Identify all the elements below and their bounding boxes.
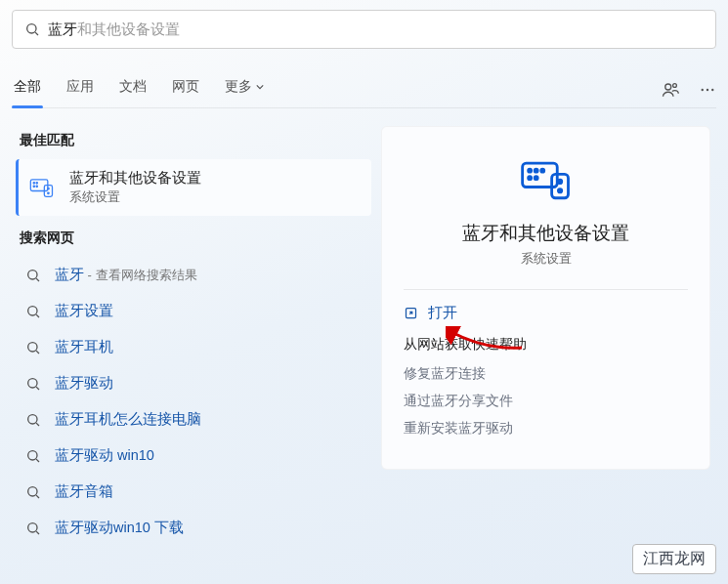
svg-point-34 bbox=[540, 169, 543, 172]
search-bar[interactable]: 蓝牙和其他设备设置 bbox=[12, 10, 716, 49]
svg-point-15 bbox=[28, 270, 37, 278]
web-result-item[interactable]: 蓝牙驱动win10 下载 bbox=[16, 510, 371, 546]
search-typed-text: 蓝牙 bbox=[48, 21, 77, 39]
svg-line-16 bbox=[36, 278, 39, 281]
tab-apps[interactable]: 应用 bbox=[64, 72, 96, 107]
account-icon[interactable] bbox=[662, 81, 679, 99]
web-result-item[interactable]: 蓝牙音箱 bbox=[16, 474, 371, 510]
open-icon bbox=[404, 306, 418, 320]
svg-point-9 bbox=[36, 183, 37, 184]
help-link[interactable]: 修复蓝牙连接 bbox=[404, 365, 688, 383]
search-input[interactable]: 蓝牙和其他设备设置 bbox=[48, 21, 180, 39]
search-icon bbox=[25, 484, 41, 500]
preview-panel: 蓝牙和其他设备设置 系统设置 打开 从网站获取快速帮助 修复蓝牙连接通过蓝牙分享… bbox=[381, 126, 710, 470]
result-label: 蓝牙驱动win10 下载 bbox=[55, 520, 184, 535]
svg-line-24 bbox=[36, 423, 39, 426]
svg-point-32 bbox=[528, 169, 531, 172]
tab-more[interactable]: 更多 bbox=[223, 72, 266, 107]
web-result-item[interactable]: 蓝牙耳机怎么连接电脑 bbox=[16, 401, 371, 438]
svg-line-26 bbox=[36, 459, 39, 462]
svg-line-22 bbox=[36, 387, 39, 390]
svg-point-21 bbox=[28, 378, 37, 387]
search-icon bbox=[25, 412, 41, 428]
svg-point-2 bbox=[665, 84, 671, 90]
best-match-subtitle: 系统设置 bbox=[69, 189, 201, 206]
svg-point-39 bbox=[558, 189, 561, 192]
svg-point-27 bbox=[28, 486, 37, 495]
result-label: 蓝牙耳机 bbox=[55, 339, 113, 355]
result-label: 蓝牙耳机怎么连接电脑 bbox=[55, 411, 201, 427]
web-result-item[interactable]: 蓝牙 - 查看网络搜索结果 bbox=[16, 257, 371, 293]
svg-point-33 bbox=[535, 169, 537, 172]
open-action[interactable]: 打开 bbox=[404, 304, 688, 322]
svg-point-29 bbox=[28, 522, 37, 531]
more-options-icon[interactable] bbox=[699, 81, 716, 99]
results-column: 最佳匹配 蓝牙和其他设备设置 系统设置 搜索网页 蓝牙 - 查看网络搜索结果 蓝… bbox=[0, 126, 371, 546]
preview-subtitle: 系统设置 bbox=[404, 250, 688, 268]
help-links-list: 修复蓝牙连接通过蓝牙分享文件重新安装蓝牙驱动 bbox=[404, 365, 688, 438]
web-results-list: 蓝牙 - 查看网络搜索结果 蓝牙设置 蓝牙耳机 蓝牙驱动 蓝牙耳机怎么连接电脑 … bbox=[16, 257, 371, 546]
filter-tabs: 全部 应用 文档 网页 更多 bbox=[12, 72, 716, 108]
web-result-item[interactable]: 蓝牙驱动 bbox=[16, 365, 371, 401]
open-label: 打开 bbox=[428, 304, 457, 322]
svg-line-30 bbox=[36, 531, 39, 534]
search-icon bbox=[25, 304, 41, 319]
tab-all[interactable]: 全部 bbox=[12, 72, 43, 107]
search-completion-hint: 和其他设备设置 bbox=[77, 21, 180, 39]
svg-point-0 bbox=[27, 24, 36, 33]
best-match-item[interactable]: 蓝牙和其他设备设置 系统设置 bbox=[16, 159, 371, 216]
devices-icon bbox=[517, 156, 576, 203]
tab-documents[interactable]: 文档 bbox=[117, 72, 149, 107]
svg-point-38 bbox=[558, 180, 561, 183]
svg-point-19 bbox=[28, 342, 37, 351]
preview-title: 蓝牙和其他设备设置 bbox=[404, 221, 688, 246]
svg-point-23 bbox=[28, 414, 37, 423]
help-link[interactable]: 重新安装蓝牙驱动 bbox=[404, 420, 688, 438]
web-result-item[interactable]: 蓝牙驱动 win10 bbox=[16, 438, 371, 474]
result-label: 蓝牙音箱 bbox=[55, 483, 113, 499]
svg-point-17 bbox=[28, 306, 37, 314]
chevron-down-icon bbox=[256, 83, 264, 91]
svg-line-28 bbox=[36, 495, 39, 498]
svg-point-4 bbox=[702, 89, 704, 91]
svg-point-13 bbox=[48, 188, 50, 189]
svg-point-11 bbox=[36, 186, 37, 187]
web-results-label: 搜索网页 bbox=[20, 229, 371, 247]
svg-line-18 bbox=[36, 314, 39, 317]
svg-point-25 bbox=[28, 450, 37, 459]
svg-line-1 bbox=[35, 32, 38, 35]
search-icon bbox=[25, 268, 41, 283]
result-hint: - 查看网络搜索结果 bbox=[84, 268, 197, 282]
divider bbox=[404, 289, 688, 290]
svg-point-35 bbox=[528, 177, 531, 180]
watermark: 江西龙网 bbox=[632, 544, 716, 574]
tab-web[interactable]: 网页 bbox=[170, 72, 201, 107]
svg-point-8 bbox=[33, 183, 34, 184]
best-match-label: 最佳匹配 bbox=[20, 132, 371, 149]
search-icon bbox=[25, 340, 41, 355]
result-label: 蓝牙设置 bbox=[55, 303, 113, 318]
search-icon bbox=[24, 21, 40, 37]
result-label: 蓝牙 bbox=[55, 267, 84, 282]
svg-line-20 bbox=[36, 351, 39, 354]
result-label: 蓝牙驱动 win10 bbox=[55, 447, 154, 463]
web-result-item[interactable]: 蓝牙设置 bbox=[16, 293, 371, 329]
result-label: 蓝牙驱动 bbox=[55, 375, 113, 391]
search-icon bbox=[25, 376, 41, 392]
best-match-title: 蓝牙和其他设备设置 bbox=[69, 169, 201, 188]
search-icon bbox=[25, 448, 41, 464]
svg-point-36 bbox=[535, 177, 537, 180]
web-result-item[interactable]: 蓝牙耳机 bbox=[16, 329, 371, 365]
help-link[interactable]: 通过蓝牙分享文件 bbox=[404, 393, 688, 410]
svg-point-6 bbox=[711, 89, 713, 91]
svg-point-3 bbox=[673, 84, 677, 88]
svg-point-5 bbox=[707, 89, 708, 91]
svg-point-14 bbox=[48, 192, 50, 194]
search-icon bbox=[25, 521, 41, 536]
devices-icon bbox=[28, 174, 56, 201]
quick-help-label: 从网站获取快速帮助 bbox=[404, 336, 688, 354]
svg-point-10 bbox=[33, 186, 34, 187]
